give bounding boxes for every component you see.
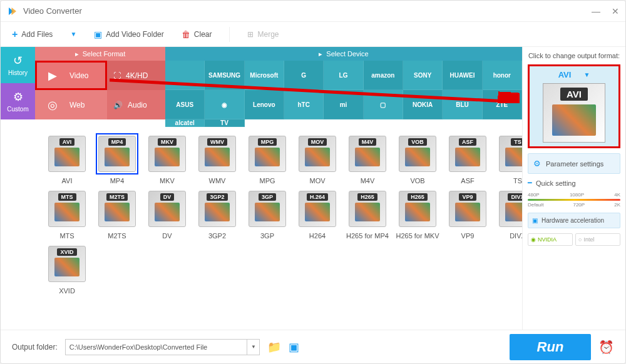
globe-icon: ◎: [48, 98, 58, 112]
format-item-avi[interactable]: AVIAVI: [44, 133, 90, 185]
format-item-divx[interactable]: DIVXDIVX: [495, 188, 522, 240]
add-folder-button[interactable]: ▣ Add Video Folder: [94, 29, 164, 39]
clear-button[interactable]: 🗑 Clear: [182, 29, 212, 39]
output-thumb: AVI: [543, 83, 605, 143]
format-item-vob[interactable]: VOBVOB: [394, 133, 441, 185]
brand-cell-6[interactable]: SONY: [403, 61, 443, 90]
brand-cell-14[interactable]: ▢: [364, 90, 403, 119]
quality-slider[interactable]: 480P1080P4K Default720P2K: [528, 192, 620, 208]
format-item-mov[interactable]: MOVMOV: [294, 133, 341, 185]
sliders-icon: ⚙: [533, 159, 541, 168]
run-button[interactable]: Run: [510, 334, 591, 360]
format-item-asf[interactable]: ASFASF: [444, 133, 491, 185]
trash-icon: 🗑: [182, 29, 190, 39]
quick-setting-label: ━ Quick setting: [528, 179, 620, 187]
brand-cell-10[interactable]: ◉: [205, 90, 244, 119]
format-item-m4v[interactable]: M4VM4V: [344, 133, 391, 185]
output-folder-label: Output folder:: [12, 343, 58, 351]
intel-badge: ○ Intel: [575, 233, 620, 246]
format-item-h265-for-mp4[interactable]: H265H265 for MP4: [344, 188, 391, 240]
brand-cell-13[interactable]: mi: [324, 90, 363, 119]
titlebar: Video Converter — ✕: [1, 1, 625, 22]
dash-icon: ━: [528, 179, 532, 187]
history-button[interactable]: ↺ History: [1, 47, 35, 83]
intel-icon: ○: [578, 236, 582, 243]
brand-cell-7[interactable]: HUAWEI: [443, 61, 482, 90]
brand-cell-9[interactable]: ASUS: [165, 90, 205, 119]
history-icon: ↺: [13, 54, 23, 68]
format-item-mpg[interactable]: MPGMPG: [244, 133, 290, 185]
chevron-down-icon: ▼: [583, 71, 590, 78]
hardware-acceleration-button[interactable]: ▣ Hardware acceleration: [528, 213, 620, 228]
schedule-button[interactable]: ⏰: [598, 340, 614, 355]
format-item-mts[interactable]: MTSMTS: [44, 188, 90, 240]
brand-cell-8[interactable]: honor: [483, 61, 522, 90]
video-folder-button[interactable]: ▣: [289, 340, 299, 354]
format-item-h265-for-mkv[interactable]: H265H265 for MKV: [394, 188, 441, 240]
custom-button[interactable]: ⚙ Custom: [1, 83, 35, 119]
format-item-wmv[interactable]: WMVWMV: [194, 133, 240, 185]
format-item-dv[interactable]: DVDV: [144, 188, 190, 240]
window-title: Video Converter: [23, 6, 592, 16]
brand-cell-16[interactable]: BLU: [443, 90, 482, 119]
format-item-h264[interactable]: H.264H264: [294, 188, 341, 240]
brand-cell-0[interactable]: [165, 61, 205, 90]
select-format-tab[interactable]: ▸ Select Format: [35, 47, 165, 61]
output-format-preview[interactable]: AVI ▼ AVI: [528, 64, 620, 148]
brand-cell-2[interactable]: Microsoft: [245, 61, 284, 90]
brand-cell-11[interactable]: Lenovo: [245, 90, 284, 119]
add-files-dropdown[interactable]: ▼: [70, 31, 76, 38]
select-device-tab[interactable]: ▸ Select Device: [165, 47, 522, 61]
add-files-button[interactable]: + Add Files: [12, 29, 53, 40]
format-item-m2ts[interactable]: M2TSM2TS: [94, 188, 140, 240]
toolbar: + Add Files ▼ ▣ Add Video Folder 🗑 Clear…: [1, 22, 625, 47]
play-icon: ▶: [48, 69, 57, 83]
brand-grid: SAMSUNGMicrosoftGLGamazonSONYHUAWEIhonor…: [165, 61, 522, 127]
minimize-button[interactable]: —: [592, 6, 600, 16]
format-item-xvid[interactable]: XVIDXVID: [44, 243, 90, 295]
merge-icon: ⊞: [247, 30, 254, 39]
gear-icon: ⚙: [13, 90, 23, 104]
format-icon: ▸: [75, 50, 79, 58]
brand-cell-4[interactable]: LG: [324, 61, 363, 90]
nvidia-icon: ◉: [531, 236, 536, 243]
app-logo-icon: [7, 6, 18, 17]
brand-cell-12[interactable]: hTC: [284, 90, 324, 119]
format-item-vp9[interactable]: VP9VP9: [444, 188, 491, 240]
brand-cell-3[interactable]: G: [284, 61, 324, 90]
format-item-mkv[interactable]: MKVMKV: [144, 133, 190, 185]
format-item-3gp[interactable]: 3GP3GP: [244, 188, 290, 240]
format-item-ts[interactable]: TSTS: [495, 133, 522, 185]
open-folder-button[interactable]: 📁: [267, 340, 281, 354]
brand-cell-18[interactable]: alcatel: [165, 119, 205, 127]
plus-icon: +: [12, 29, 18, 40]
expand-icon: ⛶: [113, 71, 121, 80]
nvidia-badge: ◉ NVIDIA: [528, 233, 573, 246]
folder-icon: ▣: [94, 29, 102, 39]
chip-icon: ▣: [532, 217, 538, 224]
web-format-button[interactable]: ◎ Web 🔊 Audio: [35, 90, 165, 119]
brand-cell-5[interactable]: amazon: [364, 61, 403, 90]
audio-icon: 🔊: [113, 101, 123, 109]
brand-cell-15[interactable]: NOKIA: [403, 90, 443, 119]
merge-button: ⊞ Merge: [247, 30, 279, 39]
brand-cell-19[interactable]: TV: [205, 119, 244, 127]
close-button[interactable]: ✕: [612, 6, 619, 16]
video-format-button[interactable]: ▶ Video ⛶ 4K/HD: [35, 61, 165, 90]
brand-cell-17[interactable]: ZTE: [483, 90, 522, 119]
output-format-header: Click to change output format:: [528, 52, 620, 59]
format-item-3gp2[interactable]: 3GP23GP2: [194, 188, 240, 240]
device-icon: ▸: [319, 50, 322, 58]
format-item-mp4[interactable]: MP4MP4: [94, 133, 140, 185]
output-folder-input[interactable]: [65, 339, 248, 355]
output-folder-dropdown[interactable]: ▼: [247, 339, 260, 355]
format-grid: AVIAVIMP4MP4MKVMKVWMVWMVMPGMPGMOVMOVM4VM…: [44, 133, 513, 295]
parameter-settings-button[interactable]: ⚙ Parameter settings: [528, 153, 620, 174]
brand-cell-1[interactable]: SAMSUNG: [205, 61, 244, 90]
